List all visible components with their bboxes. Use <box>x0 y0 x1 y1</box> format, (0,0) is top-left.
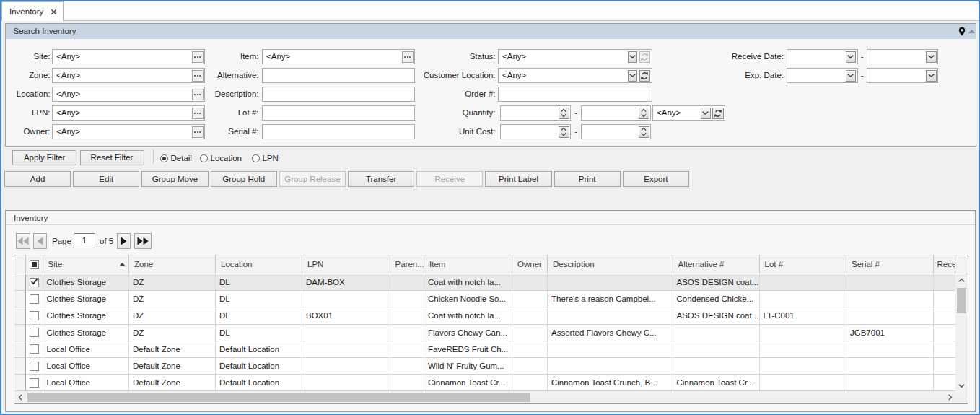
last-page-button[interactable] <box>134 233 152 249</box>
grid-cell[interactable] <box>512 358 548 374</box>
receive-button[interactable]: Receive <box>416 171 483 187</box>
grid-cell[interactable]: DZ <box>129 291 216 307</box>
grid-cell[interactable]: Cinnamon Toast Crunch, B... <box>548 375 673 390</box>
exp-date-to[interactable] <box>867 68 938 83</box>
row-select-cell[interactable] <box>26 274 43 290</box>
grid-cell[interactable] <box>548 307 673 323</box>
customer-location-field-refresh-button[interactable] <box>639 70 651 82</box>
column-header-zone[interactable]: Zone <box>129 255 216 274</box>
grid-cell[interactable] <box>302 375 390 390</box>
quantity-to[interactable] <box>581 105 651 121</box>
receive-date-to-dropdown-button[interactable] <box>926 51 937 63</box>
grid-cell[interactable] <box>846 307 934 323</box>
grid-cell[interactable]: JGB7001 <box>846 325 934 341</box>
grid-cell[interactable]: DZ <box>129 307 216 323</box>
horizontal-scroll-thumb[interactable] <box>27 393 530 402</box>
scroll-right-button[interactable] <box>944 391 955 403</box>
collapse-button[interactable] <box>968 30 975 33</box>
column-header-site[interactable]: Site <box>43 255 130 274</box>
grid-cell[interactable] <box>390 307 425 323</box>
grid-cell[interactable]: Default Location <box>216 341 302 357</box>
alternative-field[interactable] <box>262 68 415 83</box>
grid-cell[interactable] <box>846 291 934 307</box>
quantity-uom-field[interactable]: <Any> <box>652 105 725 121</box>
grid-cell[interactable] <box>934 358 955 374</box>
serial-field[interactable] <box>262 124 415 139</box>
exp-date-from[interactable] <box>787 68 858 83</box>
grid-cell[interactable] <box>846 341 934 357</box>
previous-page-button[interactable] <box>33 233 48 249</box>
column-header-lpn[interactable]: LPN <box>302 255 390 274</box>
grid-cell[interactable] <box>302 325 390 341</box>
grid-cell[interactable] <box>760 291 847 307</box>
grid-cell[interactable] <box>302 291 390 307</box>
unit-cost-to[interactable] <box>581 124 651 139</box>
grid-cell[interactable] <box>673 325 760 341</box>
exp-date-to-dropdown-button[interactable] <box>926 70 937 82</box>
first-page-button[interactable] <box>16 233 30 249</box>
grid-cell[interactable] <box>934 341 955 357</box>
unit-cost-from[interactable] <box>500 124 571 139</box>
grid-cell[interactable] <box>390 291 425 307</box>
grid-cell[interactable] <box>934 291 955 307</box>
tab-inventory[interactable]: Inventory <box>1 1 64 21</box>
grid-cell[interactable] <box>390 274 425 290</box>
grid-cell[interactable]: DL <box>216 325 302 341</box>
column-header-location[interactable]: Location <box>216 255 302 274</box>
grid-cell[interactable] <box>934 274 955 290</box>
grid-cell[interactable]: Default Location <box>216 358 302 374</box>
column-header-select[interactable] <box>26 255 43 274</box>
grid-cell[interactable]: There's a reason Campbel... <box>548 291 673 307</box>
collapse-panel-icon[interactable] <box>968 30 975 33</box>
grid-cell[interactable] <box>548 274 673 290</box>
item-field[interactable]: <Any> <box>262 49 415 64</box>
table-row[interactable]: Clothes StorageDZDLFlavors Chewy Can...A… <box>14 325 955 341</box>
exp-date-from-dropdown-button[interactable] <box>846 70 857 82</box>
group-hold-button[interactable]: Group Hold <box>211 171 277 187</box>
group-move-button[interactable]: Group Move <box>141 171 208 187</box>
grid-cell[interactable]: BOX01 <box>302 307 390 323</box>
column-header-serial[interactable]: Serial # <box>846 255 934 274</box>
grid-cell[interactable] <box>934 325 955 341</box>
grid-cell[interactable]: Chicken Noodle So... <box>424 291 512 307</box>
view-mode-location[interactable]: Location <box>200 151 242 166</box>
table-row[interactable]: Local OfficeDefault ZoneDefault Location… <box>14 358 955 375</box>
close-icon[interactable] <box>51 9 57 15</box>
grid-cell[interactable] <box>512 291 548 307</box>
view-mode-detail[interactable]: Detail <box>160 151 192 166</box>
add-button[interactable]: Add <box>4 171 71 187</box>
row-checkbox[interactable] <box>30 328 39 337</box>
lot-field[interactable] <box>262 105 415 121</box>
row-select-cell[interactable] <box>26 358 43 374</box>
grid-cell[interactable]: DAM-BOX <box>302 274 390 290</box>
grid-cell[interactable]: DL <box>216 274 302 290</box>
grid-cell[interactable] <box>673 341 760 357</box>
grid-cell[interactable]: Default Zone <box>129 358 216 374</box>
grid-cell[interactable] <box>760 274 847 290</box>
column-header-description[interactable]: Description <box>548 255 673 274</box>
grid-cell[interactable] <box>760 341 847 357</box>
row-select-cell[interactable] <box>26 291 43 307</box>
grid-cell[interactable]: Local Office <box>43 375 130 390</box>
print-label-button[interactable]: Print Label <box>485 171 551 187</box>
grid-cell[interactable] <box>512 325 548 341</box>
grid-cell[interactable]: Assorted Flavors Chewy C... <box>548 325 673 341</box>
table-row[interactable]: Clothes StorageDZDLDAM-BOXCoat with notc… <box>14 274 955 291</box>
print-button[interactable]: Print <box>554 171 621 187</box>
quantity-to-spinner[interactable] <box>639 108 649 119</box>
row-checkbox[interactable] <box>30 378 39 388</box>
grid-cell[interactable]: Default Location <box>216 375 302 390</box>
customer-location-field[interactable]: <Any> <box>498 68 652 83</box>
edit-button[interactable]: Edit <box>73 171 139 187</box>
grid-cell[interactable]: Flavors Chewy Can... <box>424 325 512 341</box>
next-page-button[interactable] <box>117 233 131 249</box>
table-row[interactable]: Local OfficeDefault ZoneDefault Location… <box>14 341 955 358</box>
row-checkbox[interactable] <box>30 344 39 354</box>
pin-button[interactable] <box>958 27 966 36</box>
quantity-from-spinner[interactable] <box>559 108 569 119</box>
grid-cell[interactable]: Clothes Storage <box>43 274 130 290</box>
page-input[interactable] <box>74 233 95 249</box>
status-field-dropdown-button[interactable] <box>628 51 638 63</box>
grid-cell[interactable] <box>512 375 548 390</box>
grid-cell[interactable] <box>512 307 548 323</box>
